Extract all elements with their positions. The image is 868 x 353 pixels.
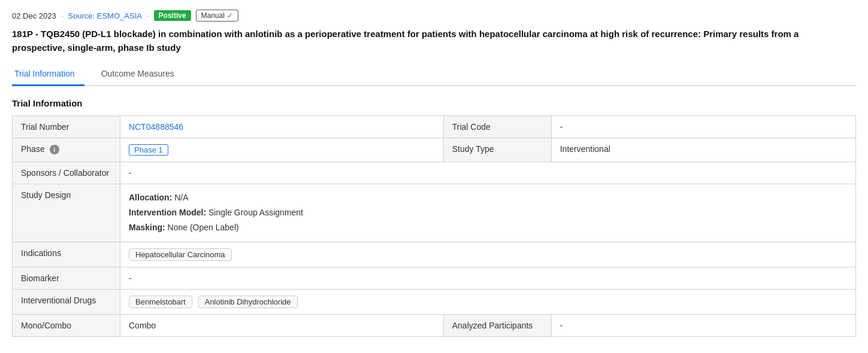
phase-label: Phase i xyxy=(13,138,120,162)
article-title: 181P - TQB2450 (PD-L1 blockade) in combi… xyxy=(12,28,851,54)
drug1-tag: Benmelstobart xyxy=(129,296,192,308)
masking-val: None (Open Label) xyxy=(168,223,239,232)
phase-value: Phase 1 xyxy=(120,138,444,162)
biomarker-label: Biomarker xyxy=(13,267,120,289)
dot1: · xyxy=(61,11,63,20)
source-link[interactable]: Source: ESMO_ASIA xyxy=(68,11,142,20)
analyzed-participants-value: - xyxy=(551,314,855,336)
intervention-row: Intervention Model: Single Group Assignm… xyxy=(129,205,847,220)
mono-combo-value: Combo xyxy=(120,314,444,336)
checkmark-icon: ✓ xyxy=(227,11,233,20)
section-title: Trial Information xyxy=(12,98,856,108)
table-row: Phase i Phase 1 Study Type Interventiona… xyxy=(13,138,856,162)
sponsors-value: - xyxy=(120,162,856,184)
tab-outcome-measures[interactable]: Outcome Measures xyxy=(99,64,184,86)
tab-bar: Trial Information Outcome Measures xyxy=(12,64,856,86)
interventional-drugs-label: Interventional Drugs xyxy=(13,289,120,314)
study-design-value: Allocation: N/A Intervention Model: Sing… xyxy=(120,184,856,242)
phase-info-icon[interactable]: i xyxy=(50,145,59,154)
allocation-row: Allocation: N/A xyxy=(129,190,847,205)
masking-key: Masking: xyxy=(129,223,165,232)
tab-trial-information[interactable]: Trial Information xyxy=(12,64,84,86)
table-row: Trial Number NCT04888546 Trial Code - xyxy=(13,116,856,138)
table-row: Mono/Combo Combo Analyzed Participants - xyxy=(13,314,856,336)
intervention-key: Intervention Model: xyxy=(129,208,206,217)
masking-row: Masking: None (Open Label) xyxy=(129,220,847,235)
phase-badge: Phase 1 xyxy=(129,144,168,156)
allocation-key: Allocation: xyxy=(129,193,172,202)
dot2: · xyxy=(147,11,149,20)
positive-badge: Positive xyxy=(154,10,191,21)
trial-code-value: - xyxy=(551,116,855,138)
study-design-content: Allocation: N/A Intervention Model: Sing… xyxy=(129,190,847,236)
trial-number-value: NCT04888546 xyxy=(120,116,444,138)
manual-label: Manual xyxy=(201,11,225,20)
indications-label: Indications xyxy=(13,242,120,267)
meta-row: 02 Dec 2023 · Source: ESMO_ASIA · Positi… xyxy=(12,10,856,22)
analyzed-participants-label: Analyzed Participants xyxy=(443,314,551,336)
mono-combo-label: Mono/Combo xyxy=(13,314,120,336)
sponsors-label: Sponsors / Collaborator xyxy=(13,162,120,184)
trial-number-link[interactable]: NCT04888546 xyxy=(129,122,183,132)
drug2-tag: Anlotinib Dihydrochloride xyxy=(198,296,298,308)
trial-code-label: Trial Code xyxy=(443,116,551,138)
manual-badge: Manual ✓ xyxy=(196,10,238,22)
study-type-label: Study Type xyxy=(443,138,551,162)
interventional-drugs-value: Benmelstobart Anlotinib Dihydrochloride xyxy=(120,289,856,314)
table-row: Sponsors / Collaborator - xyxy=(13,162,856,184)
study-type-value: Interventional xyxy=(551,138,855,162)
table-row: Study Design Allocation: N/A Interventio… xyxy=(13,184,856,242)
study-design-label: Study Design xyxy=(13,184,120,242)
allocation-val: N/A xyxy=(174,193,188,202)
table-row: Indications Hepatocellular Carcinoma xyxy=(13,242,856,267)
trial-info-table: Trial Number NCT04888546 Trial Code - Ph… xyxy=(12,115,856,337)
table-row: Interventional Drugs Benmelstobart Anlot… xyxy=(13,289,856,314)
intervention-val: Single Group Assignment xyxy=(208,208,303,217)
meta-date: 02 Dec 2023 xyxy=(12,11,56,20)
biomarker-value: - xyxy=(120,267,856,289)
indication-tag: Hepatocellular Carcinoma xyxy=(129,248,232,261)
indications-value: Hepatocellular Carcinoma xyxy=(120,242,856,267)
trial-number-label: Trial Number xyxy=(13,116,120,138)
table-row: Biomarker - xyxy=(13,267,856,289)
